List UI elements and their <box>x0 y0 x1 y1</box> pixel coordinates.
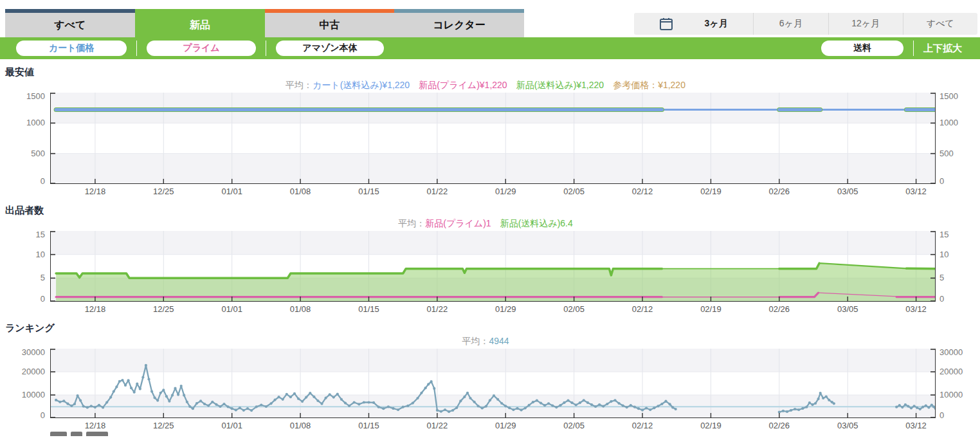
axis-tick-label: 01/22 <box>415 304 460 314</box>
axis-tick-label: 02/26 <box>757 187 802 196</box>
section-title-lowest-price: 最安値 <box>5 66 980 78</box>
cart-price-button[interactable]: カート価格 <box>16 41 127 56</box>
ranking-chart-legend: 平均：4944 <box>0 335 980 347</box>
legend-item: 新品(プライム)¥1,220 <box>419 80 507 90</box>
axis-tick-label: 01/01 <box>210 421 255 430</box>
axis-tick-label: 15 <box>939 230 948 239</box>
period-option-3m[interactable]: 3ヶ月 <box>679 13 753 35</box>
price-tracker-app: すべて新品中古コレクター 3ヶ月6ヶ月12ヶ月すべて カート価格プライムアマゾン… <box>0 0 980 440</box>
ranking-plot-area[interactable] <box>50 349 936 418</box>
ranking-chart: 0100002000030000 0100002000030000 <box>0 349 980 418</box>
period-option-6m[interactable]: 6ヶ月 <box>753 13 828 35</box>
axis-tick-label: 03/05 <box>825 304 870 314</box>
tab-used[interactable]: 中古 <box>265 9 395 37</box>
axis-tick-label: 1500 <box>26 91 45 101</box>
amazon-button[interactable]: アマゾン本体 <box>276 41 384 56</box>
axis-tick-label: 03/12 <box>894 187 939 196</box>
axis-tick-label: 03/05 <box>825 421 870 430</box>
axis-tick-label: 01/29 <box>483 187 528 196</box>
sellers-chart-legend: 平均：新品(プライム)1新品(送料込み)6.4 <box>0 217 980 230</box>
axis-tick-label: 02/05 <box>552 421 597 430</box>
axis-tick-label: 01/01 <box>210 304 255 314</box>
axis-tick-label: 02/19 <box>688 187 733 196</box>
axis-tick-label: 12/18 <box>73 421 118 430</box>
tab-collector[interactable]: コレクター <box>394 9 524 37</box>
ranking-y-axis-left: 0100002000030000 <box>0 349 50 418</box>
axis-tick-label: 1000 <box>939 118 958 127</box>
legend-item: 参考価格：¥1,220 <box>613 80 685 90</box>
period-selector: 3ヶ月6ヶ月12ヶ月すべて <box>634 13 977 35</box>
price-plot-area[interactable] <box>50 93 936 184</box>
tab-all[interactable]: すべて <box>5 9 135 37</box>
ranking-x-axis: 12/1812/2501/0101/0801/1501/2201/2902/05… <box>0 418 980 432</box>
axis-tick-label: 03/12 <box>894 304 939 314</box>
axis-tick-label: 1500 <box>939 91 958 101</box>
axis-tick-label: 01/29 <box>483 421 528 430</box>
sellers-x-axis: 12/1812/2501/0101/0801/1501/2201/2902/05… <box>0 302 980 315</box>
axis-tick-label: 02/26 <box>757 304 802 314</box>
price-y-axis-right: 050010001500 <box>936 93 980 184</box>
axis-tick-label: 02/12 <box>620 304 665 314</box>
axis-tick-label: 12/18 <box>73 304 118 314</box>
top-strip <box>0 0 980 9</box>
axis-tick-label: 01/08 <box>278 421 323 430</box>
legend-prefix: 平均： <box>462 336 489 346</box>
shipping-toggle-button[interactable]: 送料 <box>821 41 903 56</box>
axis-tick-label: 02/12 <box>620 421 665 430</box>
chart-toolbar: カート価格プライムアマゾン本体 送料 上下拡大 <box>0 37 980 59</box>
axis-tick-label: 500 <box>31 149 45 158</box>
axis-tick-label: 01/08 <box>278 304 323 314</box>
prime-button[interactable]: プライム <box>147 41 256 56</box>
calendar-icon[interactable] <box>634 13 679 35</box>
sellers-plot-area[interactable] <box>50 231 936 302</box>
axis-tick-label: 01/01 <box>210 187 255 196</box>
axis-tick-label: 1000 <box>26 118 45 127</box>
axis-tick-label: 10 <box>939 250 948 259</box>
sellers-y-axis-left: 051015 <box>0 231 50 302</box>
price-y-axis-left: 050010001500 <box>0 93 50 184</box>
axis-tick-label: 01/29 <box>483 304 528 314</box>
axis-tick-label: 5 <box>939 273 944 282</box>
price-chart-legend: 平均：カート(送料込み)¥1,220新品(プライム)¥1,220新品(送料込み)… <box>0 79 980 91</box>
legend-item: 4944 <box>489 336 509 346</box>
expand-vertical-button[interactable]: 上下拡大 <box>923 42 962 55</box>
product-tabs: すべて新品中古コレクター <box>5 9 524 37</box>
axis-tick-label: 01/15 <box>346 304 391 314</box>
period-option-12m[interactable]: 12ヶ月 <box>828 13 903 35</box>
axis-tick-label: 30000 <box>939 347 963 357</box>
period-option-all[interactable]: すべて <box>903 13 977 35</box>
axis-tick-label: 12/25 <box>141 304 186 314</box>
price-chart: 050010001500 050010001500 <box>0 93 980 184</box>
price-x-axis: 12/1812/2501/0101/0801/1501/2201/2902/05… <box>0 184 980 197</box>
axis-tick-label: 02/19 <box>688 421 733 430</box>
axis-tick-label: 20000 <box>939 367 963 376</box>
axis-tick-label: 10000 <box>22 390 45 399</box>
axis-tick-label: 02/19 <box>688 304 733 314</box>
axis-tick-label: 01/22 <box>415 187 460 196</box>
axis-tick-label: 03/12 <box>894 421 939 430</box>
section-title-ranking: ランキング <box>5 322 980 335</box>
tab-new[interactable]: 新品 <box>135 9 265 37</box>
axis-tick-label: 03/05 <box>825 187 870 196</box>
sellers-chart: 051015 051015 <box>0 231 980 302</box>
legend-item: 新品(プライム)1 <box>425 218 491 228</box>
axis-tick-label: 02/26 <box>757 421 802 430</box>
axis-tick-label: 01/08 <box>278 187 323 196</box>
axis-tick-label: 20000 <box>22 367 45 376</box>
axis-tick-label: 01/15 <box>346 187 391 196</box>
sellers-y-axis-right: 051015 <box>936 231 980 302</box>
ranking-y-axis-right: 0100002000030000 <box>936 349 980 418</box>
axis-tick-label: 10000 <box>939 390 963 399</box>
toolbar-divider <box>266 41 266 56</box>
axis-tick-label: 12/18 <box>73 187 118 196</box>
axis-tick-label: 01/15 <box>346 421 391 430</box>
axis-tick-label: 02/05 <box>552 187 597 196</box>
section-title-seller-count: 出品者数 <box>5 205 980 217</box>
legend-item: カート(送料込み)¥1,220 <box>313 80 410 90</box>
legend-item: 新品(送料込み)¥1,220 <box>516 80 604 90</box>
axis-tick-label: 02/05 <box>552 304 597 314</box>
axis-tick-label: 15 <box>36 230 45 239</box>
axis-tick-label: 01/22 <box>415 421 460 430</box>
axis-tick-label: 12/25 <box>141 187 186 196</box>
axis-tick-label: 5 <box>41 273 45 282</box>
